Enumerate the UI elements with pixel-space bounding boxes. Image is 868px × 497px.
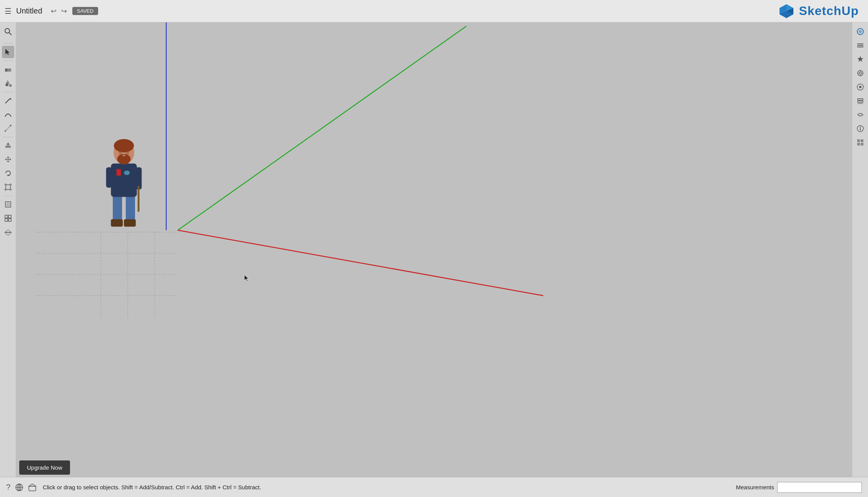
viewport-canvas[interactable]	[16, 22, 852, 477]
rotate-icon	[4, 169, 12, 177]
components-panel-icon	[856, 139, 864, 146]
eraser-tool-button[interactable]	[2, 63, 14, 75]
document-title: Untitled	[16, 7, 42, 15]
svg-point-50	[859, 86, 861, 88]
measurements-input[interactable]	[777, 482, 862, 493]
right-toolbar	[852, 22, 868, 477]
svg-rect-43	[857, 44, 863, 44]
layers-icon	[856, 97, 864, 105]
svg-rect-29	[10, 184, 12, 186]
materials-button[interactable]	[854, 39, 866, 52]
svg-point-87	[122, 154, 125, 157]
svg-rect-76	[111, 164, 137, 197]
pencil-tool-button[interactable]	[2, 94, 14, 107]
header: ☰ Untitled ↩ ↪ SAVED SketchUp	[0, 0, 868, 22]
redo-button[interactable]: ↪	[59, 5, 69, 17]
left-toolbar	[0, 22, 16, 477]
svg-rect-32	[5, 202, 11, 207]
section-plane-button[interactable]	[2, 226, 14, 238]
svg-line-15	[5, 126, 11, 131]
svg-rect-60	[857, 143, 860, 146]
search-button[interactable]	[2, 25, 14, 38]
select-icon	[4, 48, 12, 56]
offset-button[interactable]	[2, 198, 14, 211]
rotate-button[interactable]	[2, 167, 14, 179]
svg-rect-80	[138, 186, 140, 212]
menu-icon[interactable]: ☰	[5, 7, 12, 16]
undo-button[interactable]: ↩	[48, 5, 59, 17]
svg-point-83	[114, 139, 134, 152]
svg-rect-18	[5, 146, 11, 148]
push-pull-button[interactable]	[2, 139, 14, 152]
toolbar-separator-2	[3, 60, 13, 61]
shadows-icon	[856, 55, 865, 64]
materials-icon	[856, 42, 864, 49]
soften-edges-button[interactable]	[854, 109, 866, 121]
svg-marker-24	[10, 158, 11, 161]
toolbar-separator	[3, 43, 13, 44]
svg-marker-7	[5, 49, 10, 55]
svg-rect-37	[8, 219, 11, 221]
svg-rect-31	[10, 189, 12, 191]
svg-rect-45	[857, 47, 863, 47]
saved-badge: SAVED	[72, 7, 98, 15]
scale-icon	[4, 183, 12, 191]
tape-measure-button[interactable]	[2, 122, 14, 134]
components-panel-button[interactable]	[854, 136, 866, 149]
svg-marker-40	[5, 233, 12, 236]
logo-text: SketchUp	[799, 4, 859, 18]
svg-marker-46	[857, 56, 863, 62]
svg-rect-34	[5, 215, 8, 218]
svg-rect-61	[861, 143, 863, 146]
push-pull-icon	[4, 142, 12, 149]
svg-point-16	[5, 130, 6, 132]
help-icon[interactable]: ?	[6, 483, 10, 492]
toolbar-separator-4	[3, 137, 13, 137]
paint-bucket-icon	[4, 79, 12, 87]
scenes-button[interactable]	[854, 81, 866, 93]
svg-rect-30	[5, 189, 7, 191]
entity-info-button[interactable]	[854, 122, 866, 135]
svg-point-47	[859, 72, 861, 74]
svg-rect-35	[8, 215, 11, 218]
svg-rect-81	[106, 167, 112, 187]
geo-icon[interactable]	[15, 483, 23, 492]
svg-marker-19	[7, 142, 10, 145]
select-tool-button[interactable]	[2, 46, 14, 58]
svg-line-63	[178, 26, 466, 230]
svg-rect-57	[860, 128, 861, 131]
3d-warehouse-icon[interactable]	[28, 483, 37, 492]
move-button[interactable]	[2, 153, 14, 166]
measurements-area: Measurements	[736, 482, 862, 493]
paint-bucket-tool-button[interactable]	[2, 77, 14, 89]
human-figure	[97, 130, 151, 234]
svg-line-12	[5, 99, 10, 103]
scenes-icon	[856, 83, 864, 91]
svg-marker-21	[7, 156, 9, 158]
svg-rect-53	[858, 103, 863, 104]
toolbar-separator-5	[3, 196, 13, 196]
styles-icon	[856, 28, 864, 35]
styles-button[interactable]	[854, 25, 866, 38]
settings-button[interactable]	[854, 67, 866, 79]
svg-marker-22	[7, 161, 9, 162]
upgrade-now-button[interactable]: Upgrade Now	[19, 460, 70, 475]
svg-rect-73	[126, 193, 135, 223]
offset-icon	[4, 201, 12, 208]
arc-tool-button[interactable]	[2, 108, 14, 120]
components-button[interactable]	[2, 212, 14, 224]
section-plane-icon	[4, 228, 12, 236]
shadows-button[interactable]	[854, 53, 866, 65]
svg-rect-75	[124, 219, 136, 226]
info-icon	[856, 125, 864, 132]
pencil-icon	[4, 97, 12, 104]
svg-marker-23	[5, 158, 7, 161]
scale-button[interactable]	[2, 181, 14, 193]
svg-line-64	[178, 230, 543, 296]
svg-marker-94	[29, 484, 36, 486]
svg-point-25	[7, 159, 9, 160]
svg-point-86	[126, 151, 129, 155]
svg-rect-72	[113, 193, 122, 223]
components-icon	[4, 214, 12, 222]
layers-button[interactable]	[854, 95, 866, 107]
